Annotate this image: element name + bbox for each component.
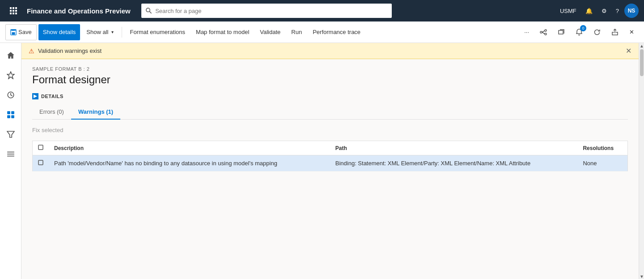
scroll-thumb[interactable]	[640, 49, 644, 76]
sidebar-workspace-icon[interactable]	[2, 106, 20, 124]
svg-point-16	[545, 30, 547, 31]
svg-rect-33	[38, 145, 43, 150]
svg-rect-13	[12, 32, 15, 34]
app-body: ⚠ Validation warnings exist ✕ SAMPLE FOR…	[0, 43, 644, 279]
main-content: ⚠ Validation warnings exist ✕ SAMPLE FOR…	[21, 43, 639, 279]
warning-banner: ⚠ Validation warnings exist ✕	[21, 43, 639, 59]
svg-rect-14	[12, 29, 14, 30]
warnings-table: Description Path Resolutions	[32, 141, 628, 172]
search-input[interactable]	[155, 8, 387, 14]
svg-point-9	[146, 8, 150, 12]
svg-point-15	[540, 31, 542, 33]
svg-rect-7	[13, 13, 14, 14]
sidebar-home-icon[interactable]	[2, 47, 20, 64]
show-all-chevron-icon: ▾	[111, 30, 114, 34]
warning-close-button[interactable]: ✕	[626, 47, 631, 55]
more-options-button[interactable]: ···	[520, 24, 534, 40]
details-label: DETAILS	[41, 94, 64, 99]
page-content: SAMPLE FORMAT B : 2 Format designer DETA…	[21, 59, 639, 279]
tab-row: Errors (0) Warnings (1)	[32, 105, 628, 120]
show-details-button[interactable]: Show details	[38, 24, 80, 40]
notification-count: 0	[580, 25, 586, 31]
fix-selected-button[interactable]: Fix selected	[32, 125, 63, 135]
svg-marker-28	[7, 131, 14, 137]
save-button[interactable]: Save	[5, 24, 37, 40]
notifications-badge-button[interactable]: 0	[571, 24, 587, 40]
tab-warnings[interactable]: Warnings (1)	[71, 105, 120, 120]
svg-rect-3	[10, 10, 12, 12]
svg-rect-8	[15, 13, 17, 14]
row-path: Binding: Statement: XML Element/Party: X…	[330, 155, 578, 172]
app-title: Finance and Operations Preview	[27, 7, 131, 15]
svg-rect-6	[10, 13, 12, 14]
svg-rect-25	[11, 111, 14, 114]
run-label: Run	[291, 29, 302, 35]
breadcrumb: SAMPLE FORMAT B : 2	[32, 66, 628, 72]
scroll-up-arrow[interactable]: ▲	[639, 43, 644, 48]
col-header-description: Description	[49, 141, 330, 155]
app-grid-icon[interactable]	[5, 3, 21, 19]
table-row[interactable]: Path 'model/Vendor/Name' has no binding …	[33, 155, 628, 172]
details-collapse-icon	[34, 94, 37, 98]
save-label: Save	[18, 29, 32, 35]
sidebar-recent-icon[interactable]	[2, 86, 20, 104]
row-description: Path 'model/Vendor/Name' has no binding …	[49, 155, 330, 172]
expand-icon	[558, 29, 565, 36]
row-checkbox-icon	[38, 160, 43, 165]
close-button[interactable]: ✕	[625, 24, 639, 40]
scroll-track[interactable]	[639, 48, 644, 274]
toolbar-right: ··· 0 ✕	[520, 24, 639, 40]
svg-marker-32	[34, 94, 37, 98]
col-header-check	[33, 141, 49, 155]
connections-icon	[540, 29, 547, 36]
top-nav-right: USMF 🔔 ⚙ ? NS	[556, 4, 639, 18]
check-header-icon	[38, 145, 43, 150]
warning-text: Validation warnings exist	[38, 47, 622, 54]
usmf-label[interactable]: USMF	[556, 5, 580, 17]
scroll-down-arrow[interactable]: ▼	[639, 274, 644, 279]
page-title: Format designer	[32, 73, 628, 86]
row-check[interactable]	[33, 155, 49, 172]
settings-button[interactable]: ⚙	[598, 5, 610, 17]
share-button[interactable]	[607, 24, 623, 40]
connections-button[interactable]	[535, 24, 551, 40]
refresh-button[interactable]	[589, 24, 605, 40]
svg-rect-34	[38, 160, 43, 165]
right-scrollbar: ▲ ▼	[639, 43, 644, 279]
details-toggle-button[interactable]	[32, 93, 38, 99]
format-enumerations-label: Format enumerations	[130, 29, 186, 35]
search-box[interactable]	[141, 4, 392, 18]
show-all-button[interactable]: Show all ▾	[82, 24, 118, 40]
sidebar-list-icon[interactable]	[2, 145, 20, 163]
map-format-label: Map format to model	[196, 29, 249, 35]
svg-rect-26	[7, 115, 10, 118]
run-button[interactable]: Run	[287, 24, 306, 40]
sidebar-favorites-icon[interactable]	[2, 66, 20, 84]
svg-rect-5	[15, 10, 17, 12]
svg-rect-27	[11, 115, 14, 118]
col-header-path: Path	[330, 141, 578, 155]
performance-trace-button[interactable]: Performance trace	[308, 24, 365, 40]
filter-icon[interactable]	[2, 125, 20, 143]
top-navigation: Finance and Operations Preview USMF 🔔 ⚙ …	[0, 0, 644, 21]
avatar[interactable]: NS	[624, 4, 639, 18]
map-format-button[interactable]: Map format to model	[191, 24, 254, 40]
share-icon	[611, 29, 619, 36]
svg-point-17	[545, 33, 547, 35]
format-enumerations-button[interactable]: Format enumerations	[126, 24, 190, 40]
svg-rect-4	[13, 10, 14, 12]
tab-errors[interactable]: Errors (0)	[32, 105, 71, 120]
details-header: DETAILS	[32, 93, 628, 99]
svg-line-10	[149, 12, 151, 13]
save-icon	[10, 29, 17, 35]
svg-marker-22	[7, 72, 14, 79]
expand-button[interactable]	[553, 24, 569, 40]
show-details-label: Show details	[43, 29, 76, 35]
validate-button[interactable]: Validate	[255, 24, 285, 40]
help-button[interactable]: ?	[612, 5, 623, 17]
svg-rect-20	[559, 30, 563, 34]
row-resolutions: None	[577, 155, 627, 172]
show-all-label: Show all	[86, 29, 108, 35]
notification-bell-button[interactable]: 🔔	[582, 5, 596, 17]
toolbar-separator-1	[122, 27, 122, 38]
